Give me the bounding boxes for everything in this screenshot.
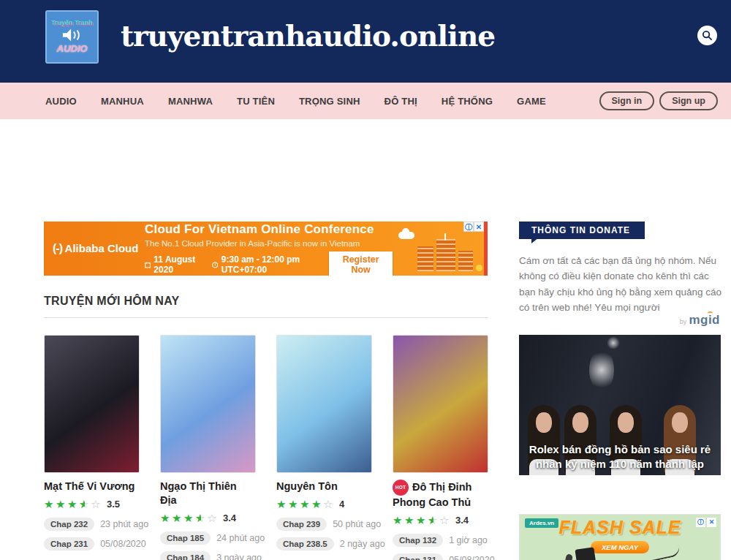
chapter-link[interactable]: Chap 131	[393, 553, 443, 560]
chapter-link[interactable]: Chap 239	[276, 518, 327, 531]
mgid-logo: mgid	[689, 313, 720, 327]
ad-schedule-row: 11 August 2020 9:30 am - 12:00 pm UTC+07…	[145, 251, 393, 276]
building-shape	[417, 246, 433, 271]
hot-badge: HOT	[393, 480, 409, 496]
nav-item-do-thi[interactable]: ĐÔ THỊ	[385, 96, 417, 107]
ad-info-icon[interactable]: ⓘ	[463, 222, 474, 232]
star-rating-icons: ★★★★☆☆	[44, 498, 102, 511]
alibaba-cloud-ad-banner[interactable]: (-) Alibaba Cloud Cloud For Vietnam Onli…	[44, 222, 488, 276]
xem-ngay-button[interactable]: XEM NGAY	[591, 541, 649, 553]
manga-card-1: Mạt Thế Vi Vương ★★★★☆☆ 3.5 Chap 232 23 …	[44, 335, 140, 560]
manga-card-3: Nguyên Tôn ★★★★☆ 4 Chap 239 50 phút ago …	[276, 335, 372, 560]
nav-item-trong-sinh[interactable]: TRỌNG SINH	[299, 96, 360, 107]
section-title-new-today: TRUYỆN MỚI HÔM NAY	[44, 295, 488, 318]
ad-choices: ⓘ ✕	[696, 518, 716, 527]
auth-buttons: Sign in Sign up	[599, 91, 719, 110]
rating-value: 3.4	[455, 515, 469, 526]
chapter-time: 23 phút ago	[100, 519, 148, 529]
chapter-row: Chap 239 50 phút ago	[276, 518, 372, 531]
page: Truyện Tranh AUDIO truyentranhaudio.onli…	[0, 0, 731, 560]
ad-subheadline: The No.1 Cloud Provider in Asia-Pacific …	[145, 239, 393, 248]
chapter-link[interactable]: Chap 185	[160, 531, 211, 545]
chapter-link[interactable]: Chap 231	[44, 537, 94, 550]
alibaba-cloud-logo: (-) Alibaba Cloud	[44, 242, 145, 255]
chapter-time: 05/08/2020	[449, 555, 495, 560]
rating-value: 4	[339, 499, 344, 510]
spotlight-shape	[589, 348, 614, 392]
ad-close-icon[interactable]: ✕	[707, 518, 716, 527]
star-rating-icons: ★★★★☆	[276, 498, 335, 511]
chapter-row: Chap 232 23 phút ago	[44, 518, 140, 531]
chapter-link[interactable]: Chap 232	[44, 518, 94, 531]
manga-cover-do-thi-dinh-phong-cao-thu[interactable]	[393, 335, 488, 473]
calendar-icon	[145, 261, 151, 269]
nav-item-manhua[interactable]: MANHUA	[101, 96, 144, 107]
star-rating-icons: ★★★★☆☆	[160, 512, 219, 525]
ad-banner-text: Cloud For Vietnam Online Conference The …	[145, 222, 393, 276]
search-icon	[702, 30, 713, 41]
manga-card-4: HOTĐô Thị Đỉnh Phong Cao Thủ ★★★★☆☆ 3.4 …	[393, 335, 488, 560]
mgid-logo-text: mg	[689, 313, 708, 327]
building-shape	[436, 239, 455, 271]
site-title[interactable]: truyentranhaudio.online	[121, 19, 495, 53]
site-logo[interactable]: Truyện Tranh AUDIO	[45, 10, 99, 64]
chapter-link[interactable]: Chap 238.5	[276, 537, 334, 550]
manga-title[interactable]: HOTĐô Thị Đỉnh Phong Cao Thủ	[393, 480, 488, 510]
flash-sale-ad[interactable]: Ardes.vn FLASH SALE XEM NGAY ⓘ ✕	[519, 514, 721, 560]
search-button[interactable]	[697, 26, 717, 45]
register-now-button[interactable]: Register Now	[329, 251, 393, 276]
building-shape	[458, 251, 473, 271]
chapter-row: Chap 132 1 giờ ago	[393, 534, 488, 547]
star-rating-icons: ★★★★☆☆	[393, 514, 451, 527]
rolex-sponsored-ad[interactable]: Rolex bán đồng hồ bản sao siêu rẻ nhân k…	[519, 335, 721, 475]
logo-text-audio: AUDIO	[47, 43, 97, 54]
mgid-logo-text: d	[712, 313, 720, 327]
chapter-row: Chap 185 24 phút ago	[160, 531, 256, 545]
nav-item-game[interactable]: GAME	[517, 96, 546, 107]
manga-cover-ngao-thi-thien-dia[interactable]	[160, 335, 256, 473]
flagpole-shape	[444, 233, 446, 241]
banner-edge-strip	[484, 222, 488, 276]
ad-close-icon[interactable]: ✕	[474, 222, 484, 232]
chapter-row: Chap 238.5 2 ngày ago	[276, 537, 372, 550]
chapter-time: 1 giờ ago	[449, 535, 488, 545]
chapter-link[interactable]: Chap 184	[160, 551, 211, 560]
manga-card-list: Mạt Thế Vi Vương ★★★★☆☆ 3.5 Chap 232 23 …	[44, 335, 488, 560]
rating-row: ★★★★☆☆ 3.4	[160, 512, 256, 525]
manga-cover-mat-the-vi-vuong[interactable]	[44, 335, 140, 473]
logo-text-top: Truyện Tranh	[47, 19, 97, 26]
manga-title[interactable]: Mạt Thế Vi Vương	[44, 480, 140, 493]
alibaba-brand-text: Alibaba Cloud	[65, 242, 139, 254]
nav-item-audio[interactable]: AUDIO	[45, 96, 77, 107]
microphone-product-shape	[564, 553, 573, 560]
header: Truyện Tranh AUDIO truyentranhaudio.onli…	[0, 0, 731, 83]
donate-info-heading: THÔNG TIN DONATE	[519, 222, 645, 239]
nav-item-he-thong[interactable]: HỆ THỐNG	[442, 96, 493, 107]
ad-date: 11 August 2020	[154, 254, 202, 275]
mgid-by-label: by	[680, 318, 687, 325]
donate-message: Cám ơn tất cả các bạn đã ủng hộ nhóm. Nế…	[519, 253, 721, 315]
rating-value: 3.5	[107, 499, 120, 510]
manga-cover-nguyen-ton[interactable]	[276, 335, 372, 473]
nav-item-tu-tien[interactable]: TU TIÊN	[237, 96, 275, 107]
spotlight-shape	[607, 336, 620, 349]
sign-up-button[interactable]: Sign up	[659, 91, 718, 110]
rating-row: ★★★★☆ 4	[276, 498, 372, 511]
manga-title[interactable]: Nguyên Tôn	[276, 480, 372, 493]
rating-row: ★★★★☆☆ 3.5	[44, 498, 140, 511]
manga-title[interactable]: Ngạo Thị Thiên Địa	[160, 480, 256, 507]
chapter-time: 2 ngày ago	[340, 539, 385, 549]
chapter-row: Chap 131 05/08/2020	[393, 553, 488, 560]
alibaba-bracket-icon: (-)	[53, 242, 62, 254]
ad-info-icon[interactable]: ⓘ	[696, 518, 705, 527]
ad-headline: Cloud For Vietnam Online Conference	[145, 222, 393, 237]
donate-heading-tail	[531, 238, 539, 243]
mgid-attribution[interactable]: bymgid	[519, 313, 720, 328]
chapter-link[interactable]: Chap 132	[393, 534, 443, 547]
cloud-icon	[398, 232, 414, 239]
chapter-time: 24 phút ago	[216, 533, 265, 543]
rating-value: 3.4	[223, 512, 236, 523]
chapter-time: 50 phút ago	[333, 519, 381, 529]
nav-item-manhwa[interactable]: MANHWA	[168, 96, 213, 107]
sign-in-button[interactable]: Sign in	[599, 91, 655, 110]
